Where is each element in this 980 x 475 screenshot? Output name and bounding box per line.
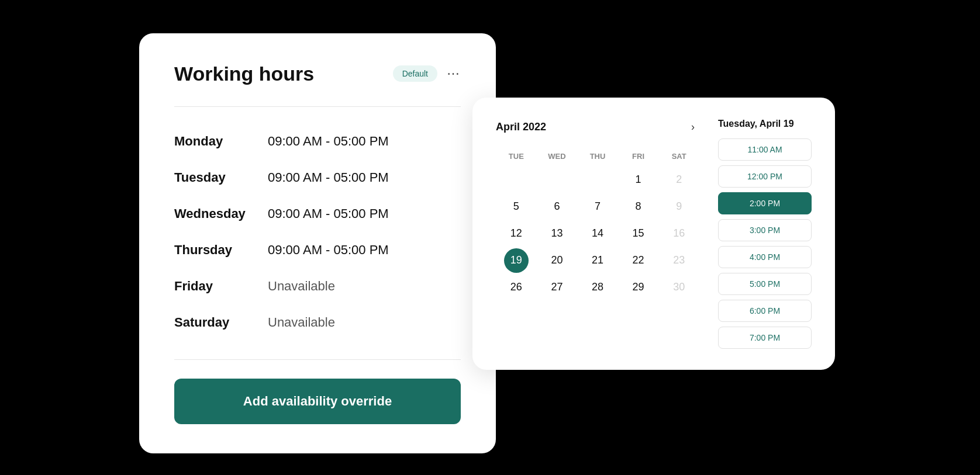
day-hours: Unavailable <box>268 279 335 294</box>
day-name: Tuesday <box>174 170 268 185</box>
schedule-item: Monday 09:00 AM - 05:00 PM <box>174 123 461 160</box>
calendar-day-cell[interactable]: 21 <box>585 248 610 273</box>
day-hours: Unavailable <box>268 315 335 330</box>
day-name: Thursday <box>174 242 268 258</box>
time-slots-list: 11:00 AM12:00 PM2:00 PM3:00 PM4:00 PM5:0… <box>718 138 812 349</box>
calendar-month-label: April 2022 <box>496 121 546 133</box>
calendar-left: April 2022 › TUEWEDTHUFRISAT 12567891213… <box>496 119 699 349</box>
add-availability-override-button[interactable]: Add availability override <box>174 379 461 424</box>
next-month-arrow[interactable]: › <box>686 119 699 136</box>
calendar-day-headers: TUEWEDTHUFRISAT <box>496 150 699 163</box>
working-hours-card: Working hours Default ⋯ Monday 09:00 AM … <box>139 33 496 453</box>
calendar-day-cell[interactable]: 22 <box>626 248 651 273</box>
calendar-day-cell[interactable]: 29 <box>626 275 651 300</box>
calendar-weeks: 1256789121314151619202122232627282930 <box>496 168 699 300</box>
day-name: Wednesday <box>174 206 268 221</box>
calendar-week: 1213141516 <box>496 221 699 246</box>
calendar-day-cell[interactable]: 26 <box>504 275 529 300</box>
calendar-day-cell[interactable]: 8 <box>626 195 651 219</box>
day-name: Monday <box>174 134 268 149</box>
top-divider <box>174 106 461 107</box>
calendar-day-header: FRI <box>618 150 659 163</box>
calendar-day-header: TUE <box>496 150 537 163</box>
calendar-day-cell[interactable]: 2 <box>667 168 691 192</box>
calendar-day-cell[interactable]: 30 <box>667 275 691 300</box>
day-name: Friday <box>174 279 268 294</box>
calendar-week: 2627282930 <box>496 275 699 300</box>
schedule-item: Friday Unavailable <box>174 268 461 304</box>
calendar-right: Tuesday, April 19 11:00 AM12:00 PM2:00 P… <box>718 119 812 349</box>
schedule-item: Wednesday 09:00 AM - 05:00 PM <box>174 196 461 232</box>
schedule-item: Thursday 09:00 AM - 05:00 PM <box>174 232 461 268</box>
default-badge: Default <box>393 65 437 82</box>
day-name: Saturday <box>174 315 268 330</box>
calendar-day-header: SAT <box>658 150 699 163</box>
calendar-header: April 2022 › <box>496 119 699 136</box>
time-slot[interactable]: 11:00 AM <box>718 138 812 161</box>
time-slot[interactable]: 12:00 PM <box>718 165 812 188</box>
calendar-day-cell[interactable]: 20 <box>544 248 569 273</box>
calendar-day-cell[interactable]: 7 <box>585 195 610 219</box>
calendar-week: 56789 <box>496 195 699 219</box>
calendar-day-cell[interactable]: 9 <box>667 195 691 219</box>
time-slot[interactable]: 4:00 PM <box>718 246 812 268</box>
selected-date-title: Tuesday, April 19 <box>718 119 812 129</box>
bottom-divider <box>174 359 461 360</box>
schedule-list: Monday 09:00 AM - 05:00 PM Tuesday 09:00… <box>174 123 461 341</box>
card-title: Working hours <box>174 63 384 85</box>
calendar-day-cell[interactable]: 12 <box>504 221 529 246</box>
calendar-day-cell[interactable]: 13 <box>544 221 569 246</box>
calendar-week: 1920212223 <box>496 248 699 273</box>
calendar-card: April 2022 › TUEWEDTHUFRISAT 12567891213… <box>472 98 835 370</box>
calendar-day-cell[interactable]: 16 <box>667 221 691 246</box>
more-options-icon[interactable]: ⋯ <box>447 66 461 81</box>
calendar-day-header: WED <box>537 150 578 163</box>
time-slot[interactable]: 6:00 PM <box>718 300 812 322</box>
calendar-grid: TUEWEDTHUFRISAT 125678912131415161920212… <box>496 150 699 300</box>
card-header: Working hours Default ⋯ <box>174 63 461 85</box>
calendar-day-header: THU <box>577 150 618 163</box>
calendar-day-cell[interactable]: 6 <box>544 195 569 219</box>
schedule-item: Saturday Unavailable <box>174 304 461 341</box>
time-slot[interactable]: 7:00 PM <box>718 327 812 349</box>
day-hours: 09:00 AM - 05:00 PM <box>268 206 389 221</box>
calendar-week: 12 <box>496 168 699 192</box>
day-hours: 09:00 AM - 05:00 PM <box>268 242 389 258</box>
time-slot[interactable]: 3:00 PM <box>718 219 812 241</box>
calendar-day-cell[interactable]: 14 <box>585 221 610 246</box>
calendar-day-cell[interactable]: 23 <box>667 248 691 273</box>
schedule-item: Tuesday 09:00 AM - 05:00 PM <box>174 160 461 196</box>
calendar-day-cell[interactable]: 28 <box>585 275 610 300</box>
calendar-day-cell[interactable]: 27 <box>544 275 569 300</box>
calendar-day-cell[interactable]: 15 <box>626 221 651 246</box>
time-slot[interactable]: 2:00 PM <box>718 192 812 214</box>
day-hours: 09:00 AM - 05:00 PM <box>268 134 389 149</box>
calendar-day-cell[interactable]: 5 <box>504 195 529 219</box>
calendar-day-cell[interactable]: 19 <box>504 248 529 273</box>
calendar-day-cell[interactable]: 1 <box>626 168 651 192</box>
time-slot[interactable]: 5:00 PM <box>718 273 812 295</box>
day-hours: 09:00 AM - 05:00 PM <box>268 170 389 185</box>
